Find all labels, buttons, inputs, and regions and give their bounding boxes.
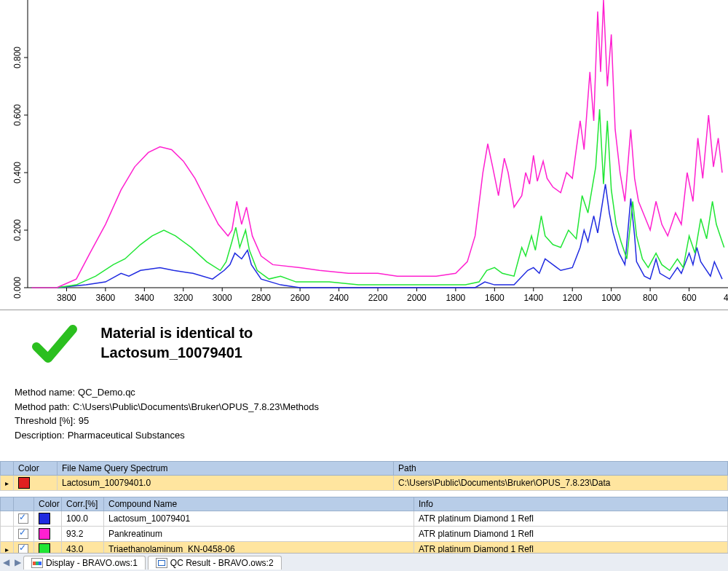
svg-text:600: 600 (682, 293, 697, 303)
hit-corr-cell: 93.2 (62, 527, 104, 542)
checkbox-icon[interactable] (18, 513, 28, 524)
svg-text:1000: 1000 (601, 293, 621, 303)
tab-scroll-left-icon[interactable]: ◀ (0, 557, 12, 567)
tab-display[interactable]: Display - BRAVO.ows:1 (23, 556, 146, 570)
hits-header-info[interactable]: Info (414, 497, 728, 511)
svg-text:800: 800 (643, 293, 657, 303)
hit-check-cell[interactable] (14, 511, 34, 527)
checkbox-icon[interactable] (18, 529, 28, 539)
svg-text:3800: 3800 (57, 293, 76, 303)
threshold-label: Threshold [%]: (15, 415, 76, 426)
svg-text:2200: 2200 (368, 293, 388, 303)
svg-text:0.000: 0.000 (12, 277, 23, 299)
svg-text:0.200: 0.200 (12, 219, 23, 241)
row-marker (1, 511, 14, 527)
svg-text:2600: 2600 (290, 293, 310, 303)
svg-text:3400: 3400 (135, 293, 154, 303)
svg-text:2000: 2000 (407, 293, 427, 303)
svg-text:1200: 1200 (563, 293, 582, 303)
result-panel: Material is identical to Lactosum_100794… (0, 310, 728, 451)
hit-corr-cell: 100.0 (62, 511, 104, 527)
tab-qc-result[interactable]: QC Result - BRAVO.ows:2 (148, 556, 282, 570)
tab-qc-label: QC Result - BRAVO.ows:2 (170, 558, 274, 568)
hit-check-cell[interactable] (14, 527, 34, 542)
description-value: Pharmaceutical Substances (68, 430, 185, 441)
hits-header-corr[interactable]: Corr.[%] (62, 497, 104, 511)
query-spectrum-table[interactable]: Color File Name Query Spectrum Path Lact… (0, 461, 728, 491)
method-path-label: Method path: (15, 401, 70, 412)
svg-text:2400: 2400 (329, 293, 349, 303)
hit-info-cell: ATR platinum Diamond 1 Refl (414, 511, 728, 527)
checkmark-icon (29, 323, 80, 369)
svg-text:4: 4 (724, 293, 728, 303)
spectrum-chart[interactable]: 0.0000.2000.4000.6000.800380036003400320… (0, 0, 728, 310)
query-header-blank[interactable] (1, 462, 14, 476)
query-header-path[interactable]: Path (394, 462, 728, 476)
query-color-swatch (14, 476, 58, 491)
hit-name-cell: Lactosum_10079401 (104, 511, 414, 527)
hits-header-check[interactable] (14, 497, 34, 511)
hit-name-cell: Pankreatinum (104, 527, 414, 542)
row-marker (1, 527, 14, 542)
svg-text:3600: 3600 (96, 293, 116, 303)
row-marker (1, 476, 14, 491)
query-header-color[interactable]: Color (14, 462, 58, 476)
result-headline-2: Lactosum_10079401 (100, 343, 253, 363)
svg-text:3200: 3200 (173, 293, 193, 303)
svg-text:0.600: 0.600 (12, 104, 23, 126)
hit-info-cell: ATR platinum Diamond 1 Refl (414, 527, 728, 542)
hits-table[interactable]: Color Corr.[%] Compound Name Info 100.0L… (0, 497, 728, 557)
query-path-cell: C:\Users\Public\Documents\Bruker\OPUS_7.… (394, 476, 728, 491)
result-headline-1: Material is identical to (100, 323, 253, 343)
query-file-cell: Lactosum_10079401.0 (58, 476, 394, 491)
svg-text:1600: 1600 (485, 293, 505, 303)
result-icon (156, 558, 167, 568)
hits-row[interactable]: 100.0Lactosum_10079401ATR platinum Diamo… (1, 511, 728, 527)
method-name-value: QC_Demo.qc (78, 387, 135, 398)
method-name-label: Method name: (15, 387, 75, 398)
hits-header-blank[interactable] (1, 497, 14, 511)
svg-text:0.400: 0.400 (12, 162, 23, 184)
method-path-value: C:\Users\Public\Documents\Bruker\OPUS_7.… (73, 401, 319, 412)
svg-text:3000: 3000 (213, 293, 232, 303)
query-row[interactable]: Lactosum_10079401.0 C:\Users\Public\Docu… (1, 476, 728, 491)
workspace-tab-bar: ◀ ▶ Display - BRAVO.ows:1 QC Result - BR… (0, 553, 728, 571)
hit-color-cell (34, 511, 62, 527)
svg-text:1800: 1800 (446, 293, 466, 303)
svg-text:2800: 2800 (251, 293, 271, 303)
graph-icon (31, 558, 43, 568)
hits-row[interactable]: 93.2PankreatinumATR platinum Diamond 1 R… (1, 527, 728, 542)
method-metadata: Method name:QC_Demo.qc Method path:C:\Us… (15, 385, 715, 442)
hits-header-color[interactable]: Color (34, 497, 62, 511)
description-label: Description: (15, 430, 65, 441)
threshold-value: 95 (79, 415, 89, 426)
tab-display-label: Display - BRAVO.ows:1 (46, 558, 138, 568)
hit-color-cell (34, 527, 62, 542)
tab-scroll-right-icon[interactable]: ▶ (12, 557, 23, 567)
svg-text:0.800: 0.800 (12, 47, 23, 68)
query-header-file[interactable]: File Name Query Spectrum (58, 462, 394, 476)
svg-text:1400: 1400 (523, 293, 543, 303)
hits-header-name[interactable]: Compound Name (104, 497, 414, 511)
